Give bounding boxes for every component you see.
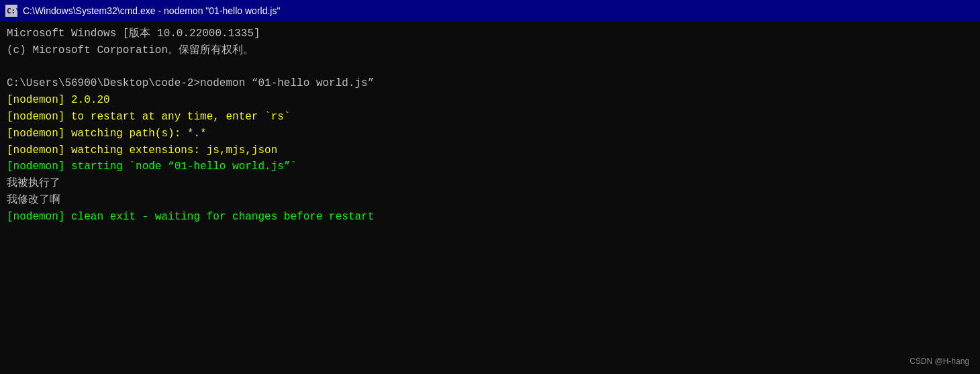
line-output-2: 我修改了啊 (7, 192, 973, 209)
line-prompt: C:\Users\56900\Desktop\code-2>nodemon “0… (7, 75, 973, 92)
line-win-ver: Microsoft Windows [版本 10.0.22000.1335] (7, 26, 973, 42)
line-nodemon-starting: [nodemon] starting `node “01-hello world… (7, 158, 973, 175)
line-nodemon-ver: [nodemon] 2.0.20 (7, 92, 973, 109)
blank-line-1 (7, 59, 973, 76)
line-win-corp: (c) Microsoft Corporation。保留所有权利。 (7, 42, 973, 59)
svg-text:C:\: C:\ (7, 7, 17, 15)
window: C:\ C:\Windows\System32\cmd.exe - nodemo… (0, 0, 980, 374)
window-title: C:\Windows\System32\cmd.exe - nodemon "0… (23, 5, 280, 16)
line-nodemon-restart: [nodemon] to restart at any time, enter … (7, 109, 973, 126)
line-nodemon-watch-path: [nodemon] watching path(s): *.* (7, 126, 973, 142)
title-bar: C:\ C:\Windows\System32\cmd.exe - nodemo… (0, 0, 980, 21)
watermark: CSDN @H-hang (910, 357, 969, 366)
line-nodemon-watch-ext: [nodemon] watching extensions: js,mjs,js… (7, 142, 973, 159)
line-nodemon-exit: [nodemon] clean exit - waiting for chang… (7, 209, 973, 226)
line-output-1: 我被执行了 (7, 175, 973, 192)
cmd-icon: C:\ (5, 5, 17, 17)
console-body: Microsoft Windows [版本 10.0.22000.1335] (… (0, 21, 980, 374)
